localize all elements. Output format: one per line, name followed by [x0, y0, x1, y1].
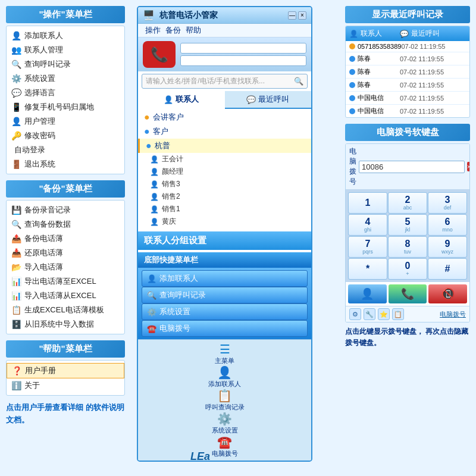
dialpad-call-button[interactable]: 📞	[389, 284, 427, 303]
statusbar-item[interactable]: ☎️电脑拨号	[205, 435, 245, 458]
dialpad-icon-2[interactable]: 🔧	[364, 308, 375, 320]
dial-button[interactable]: 8tuv	[388, 236, 427, 258]
menu-item-label: 系统设置	[24, 73, 55, 84]
dial-button[interactable]: 2abc	[388, 192, 427, 214]
contact-group[interactable]: ●客户	[138, 124, 311, 139]
search-icon[interactable]: 🔍	[294, 77, 303, 86]
tab-contacts[interactable]: 👤 联系人	[138, 91, 225, 109]
operation-menu-item[interactable]: 📱修复手机号码归属地	[7, 100, 124, 114]
call-row[interactable]: 陈春 07-02 11:19:55	[346, 65, 469, 79]
statusbar-item[interactable]: 👤添加联系人	[205, 365, 245, 389]
bottom-toolbar-button[interactable]: ⚙️系统设置	[142, 303, 308, 320]
bottom-toolbar-button[interactable]: 👤添加联系人	[142, 270, 308, 287]
tab-recent-calls[interactable]: 💬 最近呼叫	[225, 91, 312, 108]
dialpad-icons-row: ⚙ 🔧 ⭐ 📋 电脑拨号	[346, 306, 469, 322]
search-row[interactable]: 请输入姓名/拼音/电话/手机查找联系... 🔍	[142, 74, 308, 89]
contact-group[interactable]: ●杭普	[138, 139, 311, 153]
backup-menu-item[interactable]: 📋生成EXCEL电话薄模板	[7, 303, 124, 317]
contact-person[interactable]: 👤销售2	[138, 190, 311, 203]
contact-person[interactable]: 👤销售3	[138, 178, 311, 190]
dial-main: 9	[445, 239, 450, 249]
person-name: 销售1	[162, 204, 180, 214]
contact-group[interactable]: ●会讲客户	[138, 110, 311, 124]
call-dot	[349, 108, 355, 114]
search-placeholder: 请输入姓名/拼音/电话/手机查找联系...	[146, 76, 292, 86]
backup-menu-item[interactable]: 📂导入电话薄	[7, 260, 124, 274]
menu-item-icon: 💬	[11, 88, 21, 98]
dial-button[interactable]: 4ghi	[348, 214, 387, 236]
window-minimize[interactable]: —	[288, 11, 296, 20]
dial-button[interactable]: 1	[348, 192, 387, 214]
operation-menu-item[interactable]: 🚪退出系统	[7, 157, 124, 171]
dial-sub: mno	[442, 227, 453, 233]
menu-item-label: 关于	[24, 380, 40, 391]
bottom-toolbar-button[interactable]: 🔍查询呼叫记录	[142, 287, 308, 303]
dial-sub: pqrs	[362, 249, 373, 255]
dial-button[interactable]: 9wxyz	[428, 236, 467, 258]
backup-menu-item[interactable]: 📊导入电话薄从EXCEL	[7, 289, 124, 303]
operation-menu-item[interactable]: 💬选择语言	[7, 86, 124, 100]
dialpad-icon-1[interactable]: ⚙	[349, 308, 361, 320]
statusbar-item[interactable]: ⚙️系统设置	[205, 412, 245, 435]
dial-button[interactable]: 5jkl	[388, 214, 427, 236]
contact-person[interactable]: 👤销售1	[138, 203, 311, 215]
statusbar-item[interactable]: 📋呼叫查询记录	[205, 389, 245, 412]
recent-header-icon: 💬	[400, 30, 409, 38]
operation-menu-item[interactable]: ⚙️系统设置	[7, 71, 124, 86]
menu-item-label: 添加联系人	[24, 30, 63, 41]
dial-main: 0	[405, 261, 411, 271]
dialpad-hangup-button[interactable]: 📵	[428, 284, 467, 303]
operation-menu-item[interactable]: 🔑修改密码	[7, 129, 124, 143]
dial-button[interactable]: 3def	[428, 192, 467, 214]
operation-menu-item[interactable]: 👤添加联系人	[7, 29, 124, 43]
dial-button[interactable]: 6mno	[428, 214, 467, 236]
operation-menu-item[interactable]: 自动登录	[7, 143, 124, 157]
menu-item-label: 联系人管理	[24, 45, 63, 55]
call-contact-name: 陈春	[358, 80, 371, 89]
backup-menu-item[interactable]: 🔍查询备份数据	[7, 217, 124, 231]
app-menu-item[interactable]: 操作	[143, 24, 163, 36]
backup-menu-item[interactable]: 📥还原电话薄	[7, 246, 124, 260]
bottom-section-header: 底部快捷菜单栏	[138, 252, 311, 268]
app-menu-item[interactable]: 备份	[163, 24, 183, 36]
dial-button[interactable]: 7pqrs	[348, 236, 387, 258]
dialpad-input[interactable]	[359, 161, 465, 173]
operation-section-title: "操作"菜单栏	[6, 6, 125, 23]
dialpad-close-button[interactable]: ×	[467, 162, 470, 171]
backup-menu-item[interactable]: 🗄️从旧系统中导入数据	[7, 317, 124, 331]
contact-person[interactable]: 👤颜经理	[138, 165, 311, 178]
dial-button[interactable]: *	[348, 258, 387, 280]
dialpad-icon-3[interactable]: ⭐	[378, 308, 390, 320]
dial-main: *	[366, 264, 369, 274]
person-icon: 👤	[150, 218, 159, 226]
app-menu-item[interactable]: 帮助	[183, 24, 203, 36]
operation-menu-item[interactable]: 👥联系人管理	[7, 43, 124, 57]
call-time: 07-02 11:19:55	[401, 43, 466, 50]
menu-item-icon: 💾	[11, 205, 21, 215]
call-row[interactable]: 陈春 07-02 11:19:55	[346, 52, 469, 65]
backup-menu-item[interactable]: 💾备份录音记录	[7, 203, 124, 217]
dialpad-icon-4[interactable]: 📋	[392, 308, 404, 320]
dialpad-bottom-label[interactable]: 电脑拨号	[406, 310, 466, 319]
call-row[interactable]: 陈春 07-02 11:19:55	[346, 79, 469, 92]
backup-menu-item[interactable]: 📤备份电话薄	[7, 231, 124, 246]
dial-button[interactable]: 0+	[388, 258, 427, 280]
contact-person[interactable]: 👤王会计	[138, 153, 311, 165]
call-row[interactable]: 中国电信 07-02 11:19:55	[346, 105, 469, 117]
operation-menu-item[interactable]: 🔍查询呼叫记录	[7, 57, 124, 71]
help-menu-item[interactable]: ℹ️关于	[7, 378, 124, 393]
call-dot	[349, 82, 355, 88]
call-row[interactable]: 057185358389 07-02 11:19:55	[346, 41, 469, 52]
bottom-toolbar-button[interactable]: ☎️电脑拨号	[142, 320, 308, 337]
dial-button[interactable]: #	[428, 258, 467, 280]
help-menu-item[interactable]: ❓用户手册	[7, 363, 124, 378]
contact-person[interactable]: 👤黄庆	[138, 215, 311, 228]
operation-menu-item[interactable]: 👤用户管理	[7, 114, 124, 129]
window-close[interactable]: ×	[298, 11, 306, 20]
statusbar-item[interactable]: ☰主菜单	[205, 342, 245, 365]
call-contact: 陈春	[349, 80, 400, 89]
call-row[interactable]: 中国电信 07-02 11:19:55	[346, 92, 469, 105]
dial-main: 5	[405, 217, 411, 227]
dialpad-person-button[interactable]: 👤	[348, 284, 387, 303]
backup-menu-item[interactable]: 📊导出电话薄至EXCEL	[7, 274, 124, 289]
